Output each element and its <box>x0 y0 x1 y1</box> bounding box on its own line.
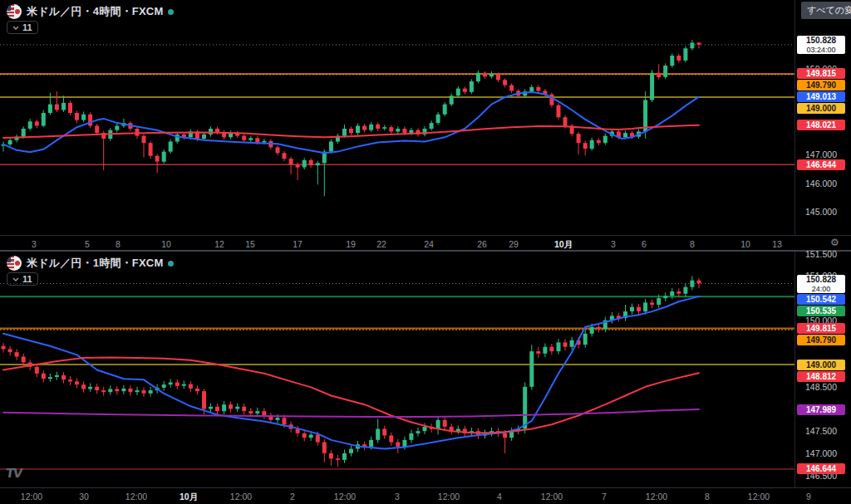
price-tick: 147.000 <box>795 448 847 458</box>
time-tick: 12:00 <box>748 492 770 502</box>
moving-average-line <box>3 358 699 433</box>
market-open-dot-icon <box>168 261 174 267</box>
candle-body <box>48 377 52 379</box>
candlestick-chart-4h[interactable] <box>0 0 794 235</box>
indicators-collapse-button-4h[interactable]: 11 <box>7 21 38 34</box>
candle-body <box>162 152 166 162</box>
candle-body <box>88 115 92 126</box>
candle-body <box>61 103 66 110</box>
candle-body <box>476 73 480 81</box>
candle-body <box>603 136 608 144</box>
candle-body <box>202 391 206 409</box>
candle-body <box>523 387 527 429</box>
candle-body <box>95 387 99 390</box>
time-tick: 10月 <box>554 239 573 251</box>
candle-body <box>149 390 153 394</box>
candle-body <box>463 89 467 92</box>
candle-body <box>35 367 39 374</box>
candle-body <box>149 143 153 156</box>
time-tick: 10 <box>740 239 750 249</box>
candle-body <box>309 435 313 438</box>
time-axis-4h[interactable]: 35810121517192224262910月3681013 <box>0 235 851 251</box>
candle-body <box>670 56 674 66</box>
candle-body <box>697 281 701 284</box>
candle-body <box>235 407 239 409</box>
indicators-collapse-button-1h[interactable]: 11 <box>7 272 38 286</box>
candle-body <box>456 89 460 96</box>
candle-body <box>128 389 132 392</box>
symbol-title-4h[interactable]: 米ドル／円・4時間・FXCM <box>27 4 163 19</box>
candle-body <box>75 381 79 384</box>
candle-body <box>242 136 246 140</box>
candle-body <box>423 427 427 431</box>
price-label-chip: 148.021 <box>797 120 845 130</box>
candle-body <box>650 302 654 305</box>
time-tick: 3 <box>32 239 37 249</box>
candlestick-chart-1h[interactable] <box>0 252 794 487</box>
candle-body <box>108 389 112 393</box>
price-axis-1h[interactable]: 151.500151.000150.000149.500148.500147.5… <box>794 252 851 487</box>
candle-body <box>329 453 333 458</box>
candle-body <box>396 129 400 132</box>
candle-body <box>329 142 333 152</box>
candle-body <box>95 126 99 134</box>
candle-body <box>195 389 199 391</box>
pane-settings-gear-icon[interactable]: ⚙ <box>830 237 839 248</box>
price-axis-4h[interactable]: 152.000151.000150.000147.000146.000145.0… <box>794 0 851 235</box>
candle-body <box>135 129 140 136</box>
candle-body <box>296 164 300 168</box>
candle-body <box>409 433 413 440</box>
candle-body <box>557 105 561 118</box>
symbol-title-1h[interactable]: 米ドル／円・1時間・FXCM <box>27 256 163 271</box>
candle-body <box>697 42 701 44</box>
price-label-chip: 150.82824:00 <box>797 275 845 293</box>
candle-body <box>115 126 119 130</box>
candle-body <box>430 123 434 129</box>
candle-body <box>81 384 86 389</box>
candle-body <box>676 291 681 294</box>
candle-body <box>255 138 259 142</box>
time-tick: 15 <box>245 239 255 249</box>
candle-body <box>563 117 568 125</box>
candle-body <box>81 115 86 120</box>
usdjpy-flag-icon <box>7 256 22 271</box>
candle-body <box>657 73 661 77</box>
price-label-chip: 150.542 <box>797 294 845 305</box>
time-tick: 19 <box>346 239 356 249</box>
candle-body <box>303 160 307 168</box>
candle-body <box>389 127 393 131</box>
indicator-count: 11 <box>22 274 32 284</box>
candle-body <box>169 383 173 385</box>
candle-body <box>175 383 180 386</box>
candle-body <box>68 379 72 381</box>
candle-body <box>396 443 400 447</box>
candle-body <box>55 105 59 110</box>
price-label-chip: 149.790 <box>797 80 845 91</box>
candle-body <box>303 433 307 438</box>
candle-body <box>369 125 373 130</box>
tradingview-logo[interactable]: TV <box>5 466 22 481</box>
candle-body <box>2 346 6 350</box>
candle-body <box>68 103 72 113</box>
candle-body <box>283 418 287 424</box>
save-changes-tooltip[interactable]: すべての変更を <box>801 2 851 19</box>
time-tick: 12:00 <box>125 492 147 502</box>
time-tick: 29 <box>509 239 519 249</box>
candle-body <box>309 160 313 165</box>
price-label-chip: 150.82803:24:00 <box>797 36 845 54</box>
time-axis-1h[interactable]: 12:003012:0010月12:00212:00312:00412:0071… <box>0 487 851 504</box>
candle-body <box>590 140 594 149</box>
candle-body <box>536 351 540 354</box>
time-tick: 4 <box>497 492 502 502</box>
candle-body <box>342 453 347 460</box>
time-tick: 22 <box>376 239 386 249</box>
price-label-chip: 149.815 <box>797 68 845 79</box>
candle-body <box>597 140 601 144</box>
candle-body <box>443 105 447 115</box>
candle-body <box>42 113 46 126</box>
candle-body <box>690 281 694 287</box>
candle-body <box>362 126 366 130</box>
candle-body <box>276 147 280 153</box>
candle-body <box>22 357 26 363</box>
time-tick: 8 <box>690 239 695 249</box>
